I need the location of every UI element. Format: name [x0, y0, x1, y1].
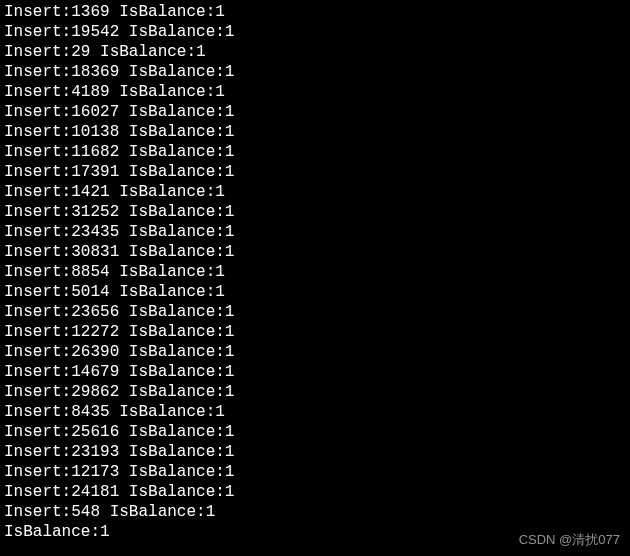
balance-label: IsBalance:	[129, 363, 225, 381]
insert-label: Insert:	[4, 103, 71, 121]
insert-value: 23193	[71, 443, 119, 461]
insert-label: Insert:	[4, 423, 71, 441]
terminal-line: Insert:14679 IsBalance:1	[4, 362, 626, 382]
balance-label: IsBalance:	[129, 163, 225, 181]
balance-value: 1	[100, 523, 110, 541]
balance-label: IsBalance:	[110, 503, 206, 521]
insert-value: 24181	[71, 483, 119, 501]
balance-value: 1	[215, 3, 225, 21]
terminal-line: Insert:23193 IsBalance:1	[4, 442, 626, 462]
terminal-line: Insert:19542 IsBalance:1	[4, 22, 626, 42]
terminal-line: Insert:10138 IsBalance:1	[4, 122, 626, 142]
terminal-line: Insert:23435 IsBalance:1	[4, 222, 626, 242]
balance-label: IsBalance:	[129, 483, 225, 501]
terminal-line: Insert:8435 IsBalance:1	[4, 402, 626, 422]
balance-label: IsBalance:	[119, 403, 215, 421]
balance-label: IsBalance:	[119, 283, 215, 301]
balance-value: 1	[225, 163, 235, 181]
terminal-line: Insert:30831 IsBalance:1	[4, 242, 626, 262]
terminal-line: Insert:12173 IsBalance:1	[4, 462, 626, 482]
balance-label: IsBalance:	[129, 343, 225, 361]
terminal-line: Insert:12272 IsBalance:1	[4, 322, 626, 342]
balance-value: 1	[225, 363, 235, 381]
insert-label: Insert:	[4, 163, 71, 181]
balance-value: 1	[225, 23, 235, 41]
balance-value: 1	[225, 343, 235, 361]
insert-label: Insert:	[4, 303, 71, 321]
balance-label: IsBalance:	[119, 3, 215, 21]
terminal-line: Insert:18369 IsBalance:1	[4, 62, 626, 82]
balance-value: 1	[215, 283, 225, 301]
balance-value: 1	[215, 183, 225, 201]
balance-label: IsBalance:	[129, 103, 225, 121]
insert-label: Insert:	[4, 183, 71, 201]
insert-label: Insert:	[4, 203, 71, 221]
terminal-line: Insert:29862 IsBalance:1	[4, 382, 626, 402]
balance-label: IsBalance:	[129, 423, 225, 441]
balance-value: 1	[225, 123, 235, 141]
terminal-line: Insert:1369 IsBalance:1	[4, 2, 626, 22]
terminal-line: Insert:23656 IsBalance:1	[4, 302, 626, 322]
insert-value: 12173	[71, 463, 119, 481]
balance-value: 1	[215, 83, 225, 101]
terminal-line: Insert:5014 IsBalance:1	[4, 282, 626, 302]
insert-value: 11682	[71, 143, 119, 161]
balance-value: 1	[225, 303, 235, 321]
balance-value: 1	[206, 503, 216, 521]
terminal-line: Insert:11682 IsBalance:1	[4, 142, 626, 162]
balance-value: 1	[225, 323, 235, 341]
insert-label: Insert:	[4, 123, 71, 141]
insert-label: Insert:	[4, 363, 71, 381]
insert-value: 23656	[71, 303, 119, 321]
balance-value: 1	[196, 43, 206, 61]
insert-label: Insert:	[4, 243, 71, 261]
balance-value: 1	[225, 463, 235, 481]
balance-label: IsBalance:	[129, 123, 225, 141]
insert-value: 23435	[71, 223, 119, 241]
balance-label: IsBalance:	[129, 323, 225, 341]
insert-value: 18369	[71, 63, 119, 81]
insert-value: 25616	[71, 423, 119, 441]
terminal-line: Insert:8854 IsBalance:1	[4, 262, 626, 282]
insert-label: Insert:	[4, 283, 71, 301]
insert-label: Insert:	[4, 83, 71, 101]
balance-value: 1	[225, 223, 235, 241]
balance-label: IsBalance:	[129, 303, 225, 321]
insert-label: Insert:	[4, 43, 71, 61]
insert-value: 8854	[71, 263, 109, 281]
balance-value: 1	[225, 243, 235, 261]
balance-value: 1	[225, 63, 235, 81]
terminal-line: Insert:17391 IsBalance:1	[4, 162, 626, 182]
balance-value: 1	[225, 483, 235, 501]
balance-label: IsBalance:	[129, 203, 225, 221]
terminal-line: Insert:26390 IsBalance:1	[4, 342, 626, 362]
insert-value: 30831	[71, 243, 119, 261]
balance-label: IsBalance:	[129, 143, 225, 161]
insert-value: 548	[71, 503, 100, 521]
balance-value: 1	[225, 143, 235, 161]
insert-value: 8435	[71, 403, 109, 421]
balance-label: IsBalance:	[119, 263, 215, 281]
insert-label: Insert:	[4, 483, 71, 501]
balance-label: IsBalance:	[129, 383, 225, 401]
insert-label: Insert:	[4, 323, 71, 341]
insert-label: Insert:	[4, 503, 71, 521]
insert-value: 5014	[71, 283, 109, 301]
balance-label: IsBalance:	[129, 63, 225, 81]
terminal-line: Insert:4189 IsBalance:1	[4, 82, 626, 102]
insert-value: 26390	[71, 343, 119, 361]
terminal-output: Insert:1369 IsBalance:1Insert:19542 IsBa…	[4, 2, 626, 542]
insert-value: 29862	[71, 383, 119, 401]
balance-label: IsBalance:	[129, 443, 225, 461]
insert-value: 12272	[71, 323, 119, 341]
balance-value: 1	[225, 383, 235, 401]
insert-label: Insert:	[4, 383, 71, 401]
insert-label: Insert:	[4, 143, 71, 161]
balance-value: 1	[225, 103, 235, 121]
insert-value: 31252	[71, 203, 119, 221]
balance-label: IsBalance:	[119, 183, 215, 201]
insert-value: 1369	[71, 3, 109, 21]
balance-value: 1	[215, 403, 225, 421]
terminal-line: Insert:25616 IsBalance:1	[4, 422, 626, 442]
insert-value: 16027	[71, 103, 119, 121]
